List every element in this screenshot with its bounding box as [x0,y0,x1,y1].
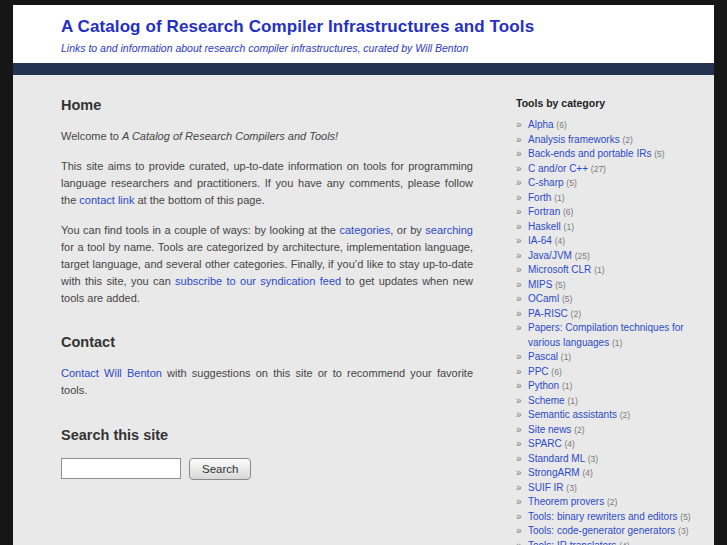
double-chevron-bullet-icon: » [516,510,522,525]
sidebar-category-link[interactable]: IA-64 [528,235,552,246]
sidebar-category-link[interactable]: C-sharp [528,177,564,188]
sidebar-category-item: » Tools: binary rewriters and editors (5… [516,510,694,525]
double-chevron-bullet-icon: » [516,205,522,220]
category-count: (4) [555,236,565,246]
sidebar-category-link[interactable]: Standard ML [528,453,585,464]
double-chevron-bullet-icon: » [516,278,522,293]
sidebar-category-link[interactable]: Tools: code-generator generators [528,525,675,536]
sidebar-category-link[interactable]: Pascal [528,351,558,362]
sidebar-category-link[interactable]: Tools: IR translators [528,540,616,545]
sidebar-category-link[interactable]: OCaml [528,293,559,304]
category-count: (2) [607,497,617,507]
searching-link[interactable]: searching [425,224,473,236]
sidebar-category-item: » StrongARM (4) [516,466,694,481]
double-chevron-bullet-icon: » [516,263,522,278]
category-count: (5) [566,178,576,188]
category-count: (4) [619,541,629,545]
sidebar-category-link[interactable]: Tools: binary rewriters and editors [528,511,678,522]
category-count: (5) [562,294,572,304]
double-chevron-bullet-icon: » [516,292,522,307]
double-chevron-bullet-icon: » [516,495,522,510]
sidebar-category-link[interactable]: SPARC [528,438,562,449]
category-count: (1) [562,381,572,391]
sidebar-category-link[interactable]: SUIF IR [528,482,564,493]
sidebar-category-item: » Theorem provers (2) [516,495,694,510]
sidebar-category-item: » Haskell (1) [516,220,694,235]
sidebar-category-link[interactable]: Back-ends and portable IRs [528,148,651,159]
contact-heading: Contact [61,334,473,350]
sidebar-category-item: » Tools: IR translators (4) [516,539,694,545]
contact-will-benton-link[interactable]: Contact Will Benton [61,367,162,379]
sidebar-category-item: » Python (1) [516,379,694,394]
sidebar-category-link[interactable]: PPC [528,366,549,377]
category-count: (1) [594,265,604,275]
sidebar-category-link[interactable]: Forth [528,192,551,203]
search-button[interactable]: Search [189,458,251,480]
category-count: (27) [591,164,606,174]
category-count: (6) [556,120,566,130]
double-chevron-bullet-icon: » [516,365,522,380]
howto-text-2: , or by [390,224,425,236]
site-subtitle: Links to and information about research … [61,42,666,54]
sidebar-category-item: » Back-ends and portable IRs (5) [516,147,694,162]
double-chevron-bullet-icon: » [516,379,522,394]
sidebar-category-link[interactable]: Site news [528,424,571,435]
page: A Catalog of Research Compiler Infrastru… [0,0,727,545]
sidebar-category-item: » Analysis frameworks (2) [516,133,694,148]
double-chevron-bullet-icon: » [516,162,522,177]
category-count: (2) [574,425,584,435]
double-chevron-bullet-icon: » [516,408,522,423]
double-chevron-bullet-icon: » [516,394,522,409]
double-chevron-bullet-icon: » [516,350,522,365]
sidebar-category-item: » Site news (2) [516,423,694,438]
sidebar-category-item: » Alpha (6) [516,118,694,133]
sidebar-category-item: » PA-RISC (2) [516,307,694,322]
category-count: (1) [567,396,577,406]
sidebar-category-link[interactable]: Scheme [528,395,565,406]
sidebar-category-link[interactable]: PA-RISC [528,308,568,319]
sidebar-category-item: » PPC (6) [516,365,694,380]
double-chevron-bullet-icon: » [516,539,522,545]
site-name-emphasis: A Catalog of Research Compilers and Tool… [122,130,338,142]
double-chevron-bullet-icon: » [516,220,522,235]
category-count: (4) [565,439,575,449]
category-count: (1) [564,222,574,232]
category-count: (4) [582,468,592,478]
sidebar-category-item: » MIPS (5) [516,278,694,293]
categories-link[interactable]: categories [339,224,390,236]
sidebar-category-link[interactable]: Python [528,380,559,391]
category-count: (3) [588,454,598,464]
sidebar-category-link[interactable]: Java/JVM [528,250,572,261]
sidebar-category-item: » Standard ML (3) [516,452,694,467]
category-count: (3) [566,483,576,493]
sidebar-category-item: » SPARC (4) [516,437,694,452]
sidebar-category-link[interactable]: MIPS [528,279,552,290]
about-paragraph: This site aims to provide curated, up-to… [61,158,473,209]
search-input[interactable] [61,458,181,479]
navbar [13,63,714,75]
sidebar-category-link[interactable]: Analysis frameworks [528,134,620,145]
home-heading: Home [61,97,473,113]
contact-link[interactable]: contact link [79,194,134,206]
sidebar-category-link[interactable]: Microsoft CLR [528,264,591,275]
syndication-feed-link[interactable]: subscribe to our syndication feed [175,275,341,287]
category-count: (6) [551,367,561,377]
site-title-link[interactable]: A Catalog of Research Compiler Infrastru… [61,17,666,37]
sidebar-category-link[interactable]: C and/or C++ [528,163,588,174]
double-chevron-bullet-icon: » [516,524,522,539]
sidebar-category-link[interactable]: Alpha [528,119,554,130]
category-count: (1) [612,338,622,348]
sidebar-category-link[interactable]: Haskell [528,221,561,232]
site-header: A Catalog of Research Compiler Infrastru… [13,5,714,63]
sidebar-category-link[interactable]: Papers: Compilation techniques for vario… [528,322,684,348]
sidebar-category-link[interactable]: Semantic assistants [528,409,617,420]
sidebar-category-link[interactable]: Theorem provers [528,496,604,507]
double-chevron-bullet-icon: » [516,321,522,336]
sidebar-category-link[interactable]: StrongARM [528,467,580,478]
double-chevron-bullet-icon: » [516,307,522,322]
double-chevron-bullet-icon: » [516,118,522,133]
sidebar-category-item: » Fortran (6) [516,205,694,220]
sidebar-category-link[interactable]: Fortran [528,206,560,217]
sidebar-category-item: » Papers: Compilation techniques for var… [516,321,694,350]
double-chevron-bullet-icon: » [516,176,522,191]
